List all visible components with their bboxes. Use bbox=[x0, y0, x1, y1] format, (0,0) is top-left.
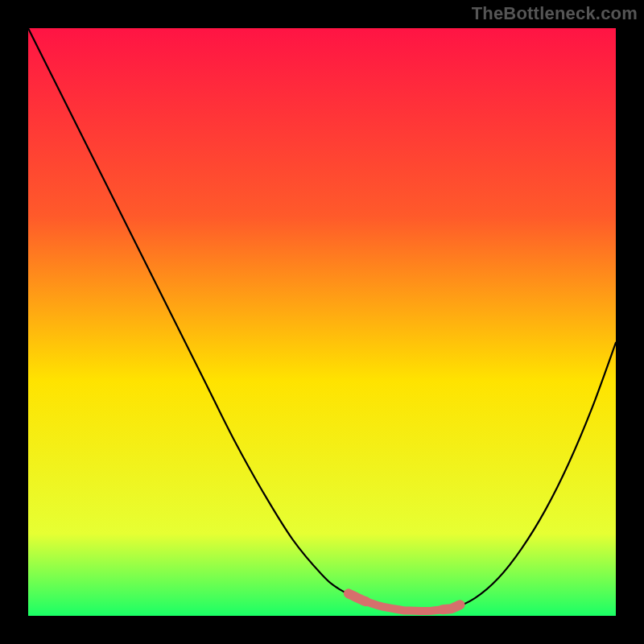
gradient-background bbox=[28, 28, 616, 616]
bottleneck-chart bbox=[28, 28, 616, 616]
trough-marker-right bbox=[443, 605, 460, 609]
watermark-text: TheBottleneck.com bbox=[472, 3, 638, 24]
plot-area bbox=[28, 28, 616, 616]
chart-frame: TheBottleneck.com bbox=[0, 0, 644, 644]
